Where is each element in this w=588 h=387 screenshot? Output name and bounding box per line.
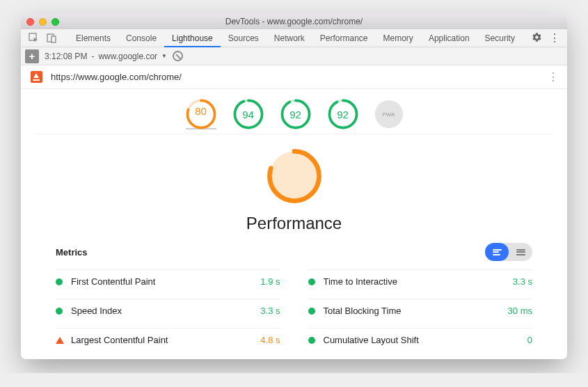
category-gauge-1[interactable]: 94 (233, 99, 264, 129)
performance-gauge: 80 (267, 148, 322, 204)
tab-memory[interactable]: Memory (376, 29, 421, 47)
tab-console[interactable]: Console (118, 29, 164, 47)
pass-icon (308, 278, 315, 285)
device-toggle-icon[interactable] (43, 31, 60, 45)
category-gauge-0[interactable]: 80 (186, 99, 216, 129)
pass-icon (308, 308, 315, 315)
window-controls (26, 18, 59, 26)
pass-icon (308, 337, 315, 344)
metrics-view-toggle[interactable] (485, 243, 532, 261)
metric-row: First Contentful Paint1.9 s (56, 269, 280, 293)
metric-row: Time to Interactive3.3 s (308, 269, 533, 293)
lighthouse-report: 80949292PWA 80 Performance Metrics (21, 89, 567, 359)
metric-value: 30 ms (508, 306, 532, 316)
new-report-button[interactable]: + (25, 49, 39, 63)
report-selector[interactable]: 3:12:08 PM - www.google.cor ▼ (45, 52, 167, 61)
pwa-gauge[interactable]: PWA (375, 100, 403, 128)
metric-value: 3.3 s (513, 276, 532, 287)
titlebar: DevTools - www.google.com/chrome/ (21, 14, 567, 29)
metric-row: Total Blocking Time30 ms (308, 299, 533, 322)
metrics-section: Metrics First Contentful Paint1.9 sTime … (21, 240, 567, 358)
pass-icon (56, 308, 63, 315)
close-icon[interactable] (26, 18, 34, 26)
clear-icon[interactable] (173, 51, 183, 61)
svg-point-10 (329, 100, 356, 127)
metric-row: Speed Index3.3 s (56, 299, 280, 322)
metric-name: Speed Index (71, 306, 122, 316)
devtools-tabs: ElementsConsoleLighthouseSourcesNetworkP… (21, 29, 567, 47)
devtools-window: DevTools - www.google.com/chrome/ Elemen… (21, 14, 567, 359)
metric-name: Cumulative Layout Shift (324, 335, 419, 345)
settings-icon[interactable] (532, 32, 542, 45)
tab-performance[interactable]: Performance (312, 29, 376, 47)
lighthouse-icon (31, 71, 42, 83)
metric-value: 4.8 s (260, 335, 280, 345)
report-host: www.google.cor (98, 52, 157, 61)
metrics-label: Metrics (56, 247, 88, 258)
metric-name: Time to Interactive (324, 276, 397, 287)
performance-title: Performance (246, 214, 342, 233)
report-menu-icon[interactable]: ⋮ (548, 70, 557, 84)
dropdown-icon: ▼ (161, 53, 167, 59)
report-time: 3:12:08 PM (45, 52, 87, 61)
metric-value: 1.9 s (260, 276, 280, 287)
pass-icon (56, 278, 63, 285)
lighthouse-url-bar: https://www.google.com/chrome/ ⋮ (21, 65, 567, 89)
tab-security[interactable]: Security (477, 29, 523, 47)
tab-network[interactable]: Network (267, 29, 312, 47)
tab-sources[interactable]: Sources (221, 29, 267, 47)
tab-lighthouse[interactable]: Lighthouse (164, 29, 221, 47)
metric-row: Largest Contentful Paint4.8 s (56, 328, 280, 352)
metric-name: Largest Contentful Paint (71, 335, 168, 345)
category-gauge-2[interactable]: 92 (280, 99, 311, 129)
zoom-icon[interactable] (51, 18, 59, 26)
lighthouse-toolbar: + 3:12:08 PM - www.google.cor ▼ (21, 47, 567, 65)
tested-url: https://www.google.com/chrome/ (51, 72, 539, 82)
category-gauges: 80949292PWA (35, 89, 553, 134)
minimize-icon[interactable] (39, 18, 47, 26)
metric-value: 3.3 s (260, 306, 280, 316)
metric-value: 0 (527, 335, 532, 345)
warning-icon (56, 337, 64, 344)
svg-point-8 (282, 100, 309, 127)
more-icon[interactable]: ⋮ (549, 31, 560, 45)
svg-point-6 (235, 100, 262, 127)
metric-row: Cumulative Layout Shift0 (308, 328, 533, 352)
tab-elements[interactable]: Elements (68, 29, 118, 47)
toggle-expanded-icon[interactable] (485, 243, 509, 261)
metric-name: Total Blocking Time (324, 306, 402, 316)
svg-rect-2 (51, 36, 56, 42)
metric-name: First Contentful Paint (71, 276, 155, 287)
category-gauge-3[interactable]: 92 (328, 99, 358, 129)
performance-section: 80 Performance (21, 134, 567, 240)
inspect-icon[interactable] (25, 31, 42, 45)
tab-application[interactable]: Application (421, 29, 477, 47)
window-title: DevTools - www.google.com/chrome/ (21, 17, 567, 26)
toggle-compact-icon[interactable] (509, 243, 532, 261)
